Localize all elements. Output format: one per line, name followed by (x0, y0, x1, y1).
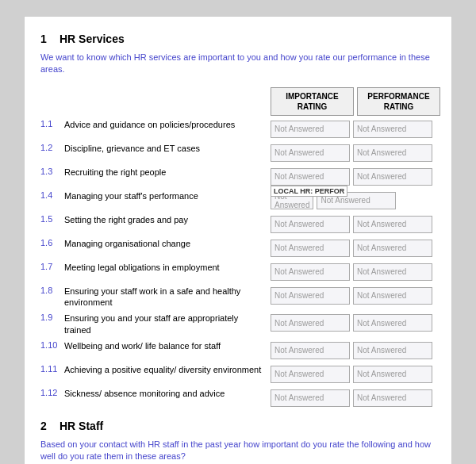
item-number: 1.3 (40, 167, 64, 176)
item-label: Managing your staff's performance (64, 190, 271, 201)
item-label: Discipline, grievance and ET cases (64, 143, 271, 154)
table-row: 1.3Recruiting the right peopleNot Answer… (40, 167, 436, 186)
section1-number: 1 (40, 33, 53, 45)
section2-header: 2 HR Staff (40, 420, 436, 432)
item-label: Managing organisational change (64, 238, 271, 249)
table-row: 1.2Discipline, grievance and ET casesNot… (40, 143, 436, 162)
item-number: 1.10 (40, 340, 64, 350)
performance-input[interactable]: Not Answered (353, 216, 432, 233)
performance-column-header: PERFORMANCE RATING (357, 87, 440, 116)
importance-column-header: IMPORTANCE RATING (271, 87, 354, 116)
item-label: Advice and guidance on policies/procedur… (64, 119, 271, 130)
performance-input[interactable]: Not Answered (353, 389, 432, 407)
performance-input[interactable]: Not Answered (353, 314, 432, 332)
table-row: 1.12Sickness/ absence monitoring and adv… (40, 388, 436, 407)
item-label: Recruiting the right people (64, 167, 271, 178)
importance-input[interactable]: Not Answered (271, 168, 350, 186)
item-label: Ensuring your staff work in a safe and h… (64, 286, 271, 309)
item-number: 1.12 (40, 388, 64, 397)
importance-input[interactable]: Not Answered (271, 121, 350, 138)
performance-input[interactable]: Not Answered (353, 342, 432, 359)
importance-input[interactable]: Not Answered (271, 314, 350, 332)
table-row: 1.11Achieving a positive equality/ diver… (40, 364, 436, 383)
item-label: Ensuring you and your staff are appropri… (64, 313, 271, 336)
performance-input[interactable]: Not Answered (353, 366, 432, 383)
importance-input[interactable]: Not Answered (271, 287, 350, 305)
item-number: 1.11 (40, 364, 64, 374)
performance-input[interactable]: Not Answered (353, 287, 432, 305)
item-number: 1.1 (40, 119, 64, 128)
label-column-header (40, 87, 271, 116)
importance-input[interactable]: Not Answered (271, 342, 350, 359)
performance-input[interactable]: Not Answered (353, 240, 432, 257)
section2-title: HR Staff (60, 420, 103, 432)
table-row: 1.4Managing your staff's performanceLOCA… (40, 190, 436, 209)
performance-input[interactable]: Not Answered (353, 168, 432, 186)
item-number: 1.4 (40, 190, 64, 200)
section2-number: 2 (40, 420, 53, 432)
item-label: Meeting legal obligations in employment (64, 262, 271, 273)
item-number: 1.2 (40, 143, 64, 152)
item-number: 1.5 (40, 214, 64, 224)
importance-input[interactable]: Not Answered (271, 366, 350, 383)
section1-description: We want to know which HR services are im… (40, 52, 436, 76)
table-row: 1.5Setting the right grades and payNot A… (40, 214, 436, 233)
item-label: Sickness/ absence monitoring and advice (64, 388, 271, 399)
section2-description: Based on your contact with HR staff in t… (40, 439, 436, 463)
performance-input[interactable]: Not Answered (353, 263, 432, 281)
item-label: Wellbeing and work/ life balance for sta… (64, 340, 271, 351)
page: 1 HR Services We want to know which HR s… (24, 16, 452, 464)
table-row: 1.6Managing organisational changeNot Ans… (40, 238, 436, 257)
table-rows: 1.1Advice and guidance on policies/proce… (40, 119, 436, 407)
overlap-badge: LOCAL HR: PERFOR (271, 186, 347, 197)
ratings-table: IMPORTANCE RATING PERFORMANCE RATING 1.1… (40, 87, 436, 407)
item-number: 1.7 (40, 262, 64, 271)
table-row: 1.10Wellbeing and work/ life balance for… (40, 340, 436, 359)
table-header-row: IMPORTANCE RATING PERFORMANCE RATING (40, 87, 436, 116)
item-number: 1.9 (40, 313, 64, 322)
performance-input[interactable]: Not Answered (353, 121, 432, 138)
table-row: 1.7Meeting legal obligations in employme… (40, 262, 436, 281)
item-number: 1.8 (40, 286, 64, 295)
importance-input[interactable]: Not Answered (271, 389, 350, 407)
importance-input[interactable]: Not Answered (271, 216, 350, 233)
item-label: Achieving a positive equality/ diversity… (64, 364, 271, 375)
table-row: 1.8Ensuring your staff work in a safe an… (40, 286, 436, 309)
table-row: 1.1Advice and guidance on policies/proce… (40, 119, 436, 138)
item-number: 1.6 (40, 238, 64, 247)
section1-header: 1 HR Services (40, 33, 436, 45)
performance-input[interactable]: Not Answered (353, 144, 432, 162)
section1-title: HR Services (60, 33, 125, 45)
importance-input[interactable]: Not Answered (271, 240, 350, 257)
table-row: 1.9Ensuring you and your staff are appro… (40, 313, 436, 336)
item-label: Setting the right grades and pay (64, 214, 271, 225)
importance-input[interactable]: Not Answered (271, 144, 350, 162)
importance-input[interactable]: Not Answered (271, 263, 350, 281)
